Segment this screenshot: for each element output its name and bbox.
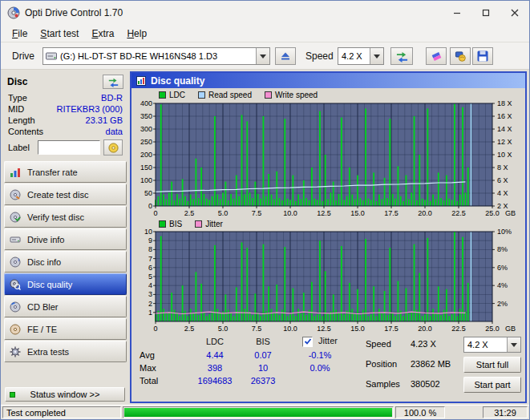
svg-text:8: 8	[148, 245, 152, 253]
svg-text:200: 200	[140, 151, 152, 159]
start-full-button[interactable]: Start full	[463, 357, 521, 373]
progress-fill	[124, 408, 392, 417]
refresh-disc-button[interactable]	[103, 75, 123, 89]
total-row-label: Total	[140, 376, 176, 386]
svg-text:22.5: 22.5	[451, 325, 466, 333]
drive-select[interactable]: (G:) HL-DT-ST BD-RE WH16NS48 1.D3	[42, 47, 270, 65]
disc-length-row: Length 23.31 GB	[4, 115, 127, 126]
speed-stat-label: Speed	[366, 339, 407, 349]
svg-text:5: 5	[148, 273, 152, 281]
avg-jitter-value: -0.1%	[289, 350, 351, 360]
svg-text:4%: 4%	[497, 281, 508, 289]
label-input[interactable]	[38, 140, 100, 155]
page-title: Disc quality	[151, 75, 204, 87]
maximize-button[interactable]	[471, 1, 500, 25]
eject-button[interactable]	[275, 47, 296, 65]
svg-text:10.0: 10.0	[283, 325, 297, 333]
svg-text:17.5: 17.5	[384, 325, 399, 333]
speed-select-value: 4.2 X	[338, 51, 370, 61]
svg-text:10 X: 10 X	[497, 151, 512, 159]
menu-extra[interactable]: Extra	[85, 26, 120, 41]
chevron-down-icon[interactable]	[507, 337, 520, 352]
statusbar-spacer	[447, 406, 481, 418]
svg-text:0: 0	[153, 209, 157, 217]
disc-panel-header: Disc	[4, 73, 127, 92]
disc-type-value: BD-R	[101, 93, 123, 103]
svg-text:18 X: 18 X	[497, 101, 512, 107]
samples-stat-value: 380502	[411, 379, 460, 389]
legend-label: Write speed	[275, 91, 318, 99]
drive-icon	[46, 51, 57, 61]
sidebar-item-label: Transfer rate	[27, 168, 78, 177]
chart1-legend: LDC Read speed Write speed	[131, 88, 525, 101]
svg-text:0: 0	[153, 325, 157, 333]
bottom-speed-select[interactable]: 4.2 X	[463, 337, 521, 353]
sidebar-item-label: Verify test disc	[27, 212, 84, 222]
sidebar-item-disc-info[interactable]: i Disc info	[4, 251, 127, 273]
stats-panel: LDC BIS Jitter Avg 4.44 0.07 -0.1% Max 3…	[131, 333, 525, 402]
refresh-button[interactable]	[390, 47, 413, 65]
menu-file[interactable]: File	[6, 26, 34, 41]
svg-text:10.0: 10.0	[283, 209, 297, 217]
hand-tool-button[interactable]	[450, 47, 471, 65]
erase-disc-button[interactable]	[426, 47, 447, 65]
disc-mid-row: MID RITEKBR3 (000)	[4, 103, 127, 115]
menu-start-test[interactable]: Start test	[34, 26, 85, 41]
sidebar-item-label: FE / TE	[27, 325, 57, 334]
chevron-down-icon[interactable]	[370, 48, 383, 64]
ldc-swatch-icon	[159, 91, 166, 99]
status-window-button[interactable]: Status window >>	[5, 387, 125, 402]
svg-text:20.0: 20.0	[418, 209, 432, 217]
speed-stat-value: 4.23 X	[411, 339, 460, 349]
start-part-button[interactable]: Start part	[463, 377, 521, 393]
svg-text:15.0: 15.0	[350, 209, 365, 217]
status-window-label: Status window >>	[30, 390, 100, 399]
menu-help[interactable]: Help	[120, 26, 153, 41]
verify-disc-icon	[10, 212, 21, 223]
svg-text:GB: GB	[505, 209, 516, 217]
speed-select[interactable]: 4.2 X	[338, 47, 384, 65]
svg-text:12.5: 12.5	[317, 325, 331, 333]
disc-contents-link[interactable]: data	[106, 127, 123, 136]
disc-mid-label: MID	[8, 104, 24, 114]
jitter-column-header: Jitter	[289, 336, 351, 347]
svg-text:4 X: 4 X	[497, 189, 508, 197]
progress-percent: 100.0 %	[395, 406, 445, 418]
legend-bis: BIS	[159, 220, 182, 228]
max-jitter-value: 0.0%	[289, 363, 351, 373]
sidebar-item-verify-test-disc[interactable]: Verify test disc	[4, 206, 127, 228]
svg-text:0: 0	[148, 202, 152, 210]
sidebar-item-drive-info[interactable]: Drive info	[4, 228, 127, 250]
panel-header-icon	[136, 76, 146, 86]
jitter-checkbox[interactable]	[302, 337, 313, 347]
sidebar-item-extra-tests[interactable]: Extra tests	[4, 341, 127, 362]
total-bis-value: 26373	[244, 376, 282, 386]
sidebar-item-cd-bler[interactable]: CD Bler	[4, 296, 127, 317]
eraser-icon	[431, 50, 443, 63]
avg-ldc-value: 4.44	[189, 350, 241, 360]
legend-write-speed: Write speed	[265, 91, 318, 99]
disc-quality-panel: Disc quality LDC Read speed Write speed …	[130, 71, 527, 403]
sidebar-item-fe-te[interactable]: FE / TE	[4, 318, 127, 340]
svg-text:150: 150	[140, 164, 152, 172]
svg-text:2.5: 2.5	[184, 209, 195, 217]
svg-text:400: 400	[140, 101, 152, 107]
sidebar: Disc Type BD-R MID RITEKBR3 (000) Length…	[1, 70, 129, 405]
sidebar-item-disc-quality[interactable]: Disc quality	[4, 273, 127, 295]
svg-text:16 X: 16 X	[497, 112, 512, 120]
disc-label-caption: Label	[8, 143, 34, 152]
write-label-button[interactable]	[103, 139, 123, 155]
svg-text:9: 9	[148, 236, 152, 244]
chevron-down-icon[interactable]	[256, 48, 269, 64]
maximize-icon	[482, 9, 490, 17]
close-button[interactable]	[500, 1, 529, 25]
sidebar-item-create-test-disc[interactable]: Create test disc	[4, 184, 127, 205]
save-button[interactable]	[472, 47, 493, 65]
svg-text:22.5: 22.5	[451, 209, 466, 217]
sidebar-item-transfer-rate[interactable]: Transfer rate	[4, 161, 127, 183]
avg-bis-value: 0.07	[244, 350, 282, 360]
legend-ldc: LDC	[159, 91, 185, 99]
minimize-button[interactable]	[443, 1, 471, 25]
svg-text:6 X: 6 X	[497, 176, 508, 184]
svg-text:14 X: 14 X	[497, 125, 512, 133]
